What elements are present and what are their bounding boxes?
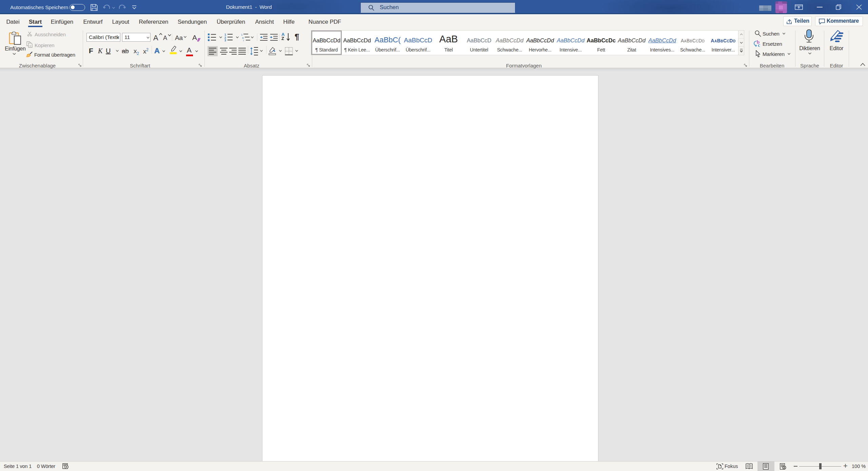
svg-text:i: i [243,39,244,41]
svg-text:3: 3 [224,39,226,41]
